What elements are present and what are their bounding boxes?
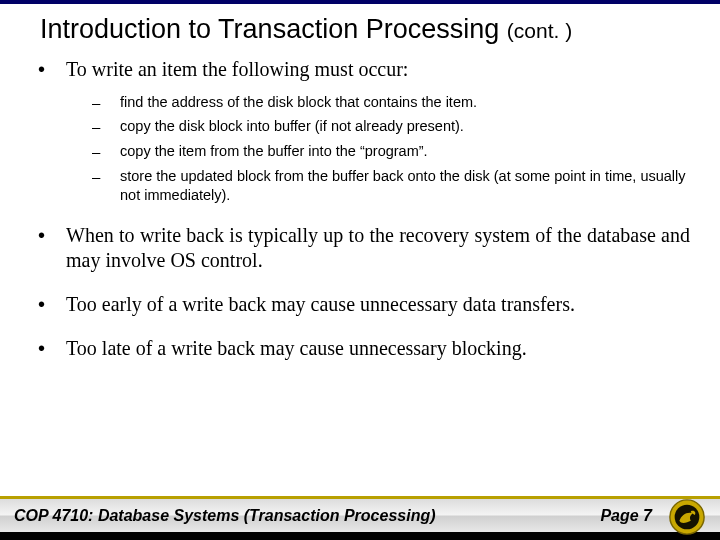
slide-title: Introduction to Transaction Processing (…	[40, 14, 690, 45]
subbullet-2: copy the disk block into buffer (if not …	[86, 117, 690, 136]
ucf-pegasus-logo	[668, 498, 706, 536]
sub-list: find the address of the disk block that …	[66, 93, 690, 205]
subbullet-1: find the address of the disk block that …	[86, 93, 690, 112]
slide: Introduction to Transaction Processing (…	[0, 0, 720, 540]
footer-bottom-strip	[0, 532, 720, 540]
title-area: Introduction to Transaction Processing (…	[0, 4, 720, 51]
footer-course: COP 4710: Database Systems (Transaction …	[14, 507, 436, 525]
bullet-1: To write an item the following must occu…	[30, 57, 690, 205]
main-list: To write an item the following must occu…	[30, 57, 690, 361]
title-main: Introduction to Transaction Processing	[40, 14, 499, 44]
bullet-3: Too early of a write back may cause unne…	[30, 292, 690, 318]
content-area: To write an item the following must occu…	[0, 51, 720, 540]
footer: COP 4710: Database Systems (Transaction …	[0, 496, 720, 540]
footer-page: Page 7	[600, 507, 652, 525]
subbullet-3: copy the item from the buffer into the “…	[86, 142, 690, 161]
bullet-1-text: To write an item the following must occu…	[66, 58, 408, 80]
subbullet-4: store the updated block from the buffer …	[86, 167, 690, 205]
title-cont: (cont. )	[507, 19, 572, 42]
bullet-4: Too late of a write back may cause unnec…	[30, 336, 690, 362]
bullet-2: When to write back is typically up to th…	[30, 223, 690, 274]
footer-bar: COP 4710: Database Systems (Transaction …	[0, 496, 720, 532]
